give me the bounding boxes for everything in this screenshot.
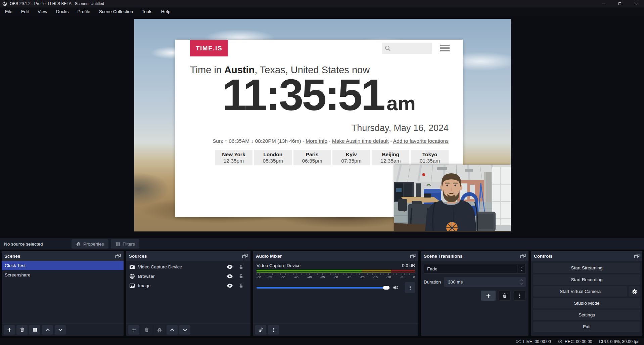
source-row-browser[interactable]: Browser	[126, 271, 250, 281]
add-transition-button[interactable]	[481, 291, 496, 301]
channel-options-button[interactable]	[405, 282, 415, 293]
lock-toggle-icon[interactable]	[239, 274, 243, 279]
source-row-video-capture[interactable]: Video Capture Device	[126, 262, 250, 271]
duration-spinner[interactable]: 300 ms	[444, 277, 526, 287]
scenes-list: Clock Test Screenshare	[2, 261, 124, 279]
timeis-clock: 11:35:51am	[175, 72, 463, 119]
spin-down-icon[interactable]	[520, 283, 523, 285]
source-row-image[interactable]: Image	[126, 281, 250, 290]
select-arrows	[517, 264, 525, 273]
sources-list: Video Capture Device Browser	[126, 261, 250, 290]
move-scene-down-button[interactable]	[55, 325, 66, 335]
search-icon	[384, 45, 391, 51]
popout-icon[interactable]	[634, 254, 640, 259]
stream-inactive-icon	[516, 339, 521, 344]
preview-canvas[interactable]: TIME.IS Time in Austin, Texas, United St…	[134, 19, 511, 231]
duration-label: Duration	[424, 279, 441, 285]
audio-mixer-header: Audio Mixer	[253, 251, 418, 261]
maximize-button[interactable]	[612, 0, 628, 7]
add-source-button[interactable]	[128, 325, 139, 335]
speaker-icon[interactable]	[393, 285, 399, 291]
popout-icon[interactable]	[410, 254, 416, 259]
mixer-options-button[interactable]	[268, 325, 279, 335]
window-title: OBS 29.1.2 - Profile: LLHLS BETA - Scene…	[10, 1, 104, 6]
menu-item-tools[interactable]: Tools	[137, 7, 157, 16]
audio-mixer-title: Audio Mixer	[256, 254, 282, 259]
city-time-box: Paris06:35pm	[293, 150, 331, 165]
rec-time: REC: 00:00:00	[565, 339, 592, 344]
advanced-audio-button[interactable]	[255, 325, 266, 335]
transitions-dock: Scene Transitions Fade Duration 300 ms	[421, 251, 528, 336]
timeis-logo: TIME.IS	[190, 40, 228, 56]
move-scene-up-button[interactable]	[42, 325, 53, 335]
transition-options-button[interactable]	[514, 291, 526, 301]
menu-item-scene-collection[interactable]: Scene Collection	[95, 7, 137, 16]
mixer-toolbar	[253, 324, 418, 336]
visibility-toggle-icon[interactable]	[227, 283, 233, 288]
world-cities-row: New York12:35pm London05:35pm Paris06:35…	[215, 150, 449, 165]
webcam-video	[394, 165, 511, 231]
move-source-up-button[interactable]	[167, 325, 178, 335]
popout-icon[interactable]	[242, 254, 248, 259]
chevron-down-icon	[520, 269, 523, 271]
hamburger-menu-icon	[440, 45, 450, 53]
scene-filters-button[interactable]	[29, 325, 40, 335]
city-time-box: New York12:35pm	[215, 150, 252, 165]
menu-item-edit[interactable]: Edit	[17, 7, 33, 16]
remove-source-button[interactable]	[141, 325, 152, 335]
controls-dock: Controls Start Streaming Start Recording…	[531, 251, 642, 336]
start-recording-button[interactable]: Start Recording	[533, 274, 640, 285]
add-scene-button[interactable]	[4, 325, 15, 335]
close-button[interactable]	[628, 0, 644, 7]
menu-item-profile[interactable]: Profile	[73, 7, 95, 16]
start-streaming-button[interactable]: Start Streaming	[533, 263, 640, 273]
popout-icon[interactable]	[520, 254, 526, 259]
visibility-toggle-icon[interactable]	[227, 274, 233, 279]
visibility-toggle-icon[interactable]	[227, 264, 233, 269]
settings-button[interactable]: Settings	[533, 310, 640, 320]
remove-transition-button[interactable]	[499, 291, 511, 301]
current-date: Thursday, May 16, 2024	[352, 123, 449, 133]
scene-item-clock-test[interactable]: Clock Test	[2, 261, 124, 270]
meridiem: am	[386, 92, 416, 115]
obs-logo-icon	[2, 1, 7, 6]
city-time-box: Kyiv07:35pm	[332, 150, 370, 165]
remove-scene-button[interactable]	[16, 325, 28, 335]
transitions-title: Scene Transitions	[424, 254, 463, 259]
filters-button[interactable]: Filters	[111, 239, 139, 249]
minimize-button[interactable]	[596, 0, 612, 7]
chevron-up-icon	[520, 266, 523, 269]
cpu-fps-stats: CPU: 0.6%, 30.00 fps	[599, 339, 639, 344]
studio-mode-button[interactable]: Studio Mode	[533, 298, 640, 308]
menu-item-docks[interactable]: Docks	[52, 7, 73, 16]
sources-dock: Sources Video Capture Device Browser	[126, 251, 250, 336]
virtual-camera-config-button[interactable]	[629, 286, 640, 297]
city-time-box: Tokyo01:35am	[411, 150, 449, 165]
menu-item-file[interactable]: File	[1, 7, 17, 16]
scene-item-screenshare[interactable]: Screenshare	[2, 270, 124, 279]
controls-title: Controls	[534, 254, 553, 259]
volume-slider-handle[interactable]	[383, 286, 389, 290]
lock-toggle-icon[interactable]	[239, 264, 243, 269]
city-time-box: London05:35pm	[254, 150, 292, 165]
move-source-down-button[interactable]	[179, 325, 190, 335]
transition-select[interactable]: Fade	[424, 264, 526, 274]
current-time: 11:35:51	[222, 70, 384, 120]
controls-header: Controls	[531, 251, 642, 261]
scenes-dock: Scenes Clock Test Screenshare	[2, 251, 124, 336]
menu-item-view[interactable]: View	[33, 7, 52, 16]
popout-icon[interactable]	[115, 254, 121, 259]
mixer-channel: Video Capture Device 0.0 dB -60 -55 -50 …	[253, 261, 418, 293]
exit-button[interactable]: Exit	[533, 321, 640, 332]
lock-toggle-icon[interactable]	[239, 283, 243, 288]
preview-area: TIME.IS Time in Austin, Texas, United St…	[0, 16, 644, 238]
volume-slider[interactable]	[257, 287, 389, 289]
spin-up-icon[interactable]	[520, 279, 523, 282]
scenes-title: Scenes	[4, 254, 20, 259]
webcam-source[interactable]	[394, 165, 511, 231]
menu-item-help[interactable]: Help	[157, 7, 175, 16]
properties-button[interactable]: Properties	[72, 239, 108, 249]
start-virtual-camera-button[interactable]: Start Virtual Camera	[533, 286, 627, 297]
source-properties-button[interactable]	[154, 325, 165, 335]
transitions-header: Scene Transitions	[421, 251, 528, 261]
